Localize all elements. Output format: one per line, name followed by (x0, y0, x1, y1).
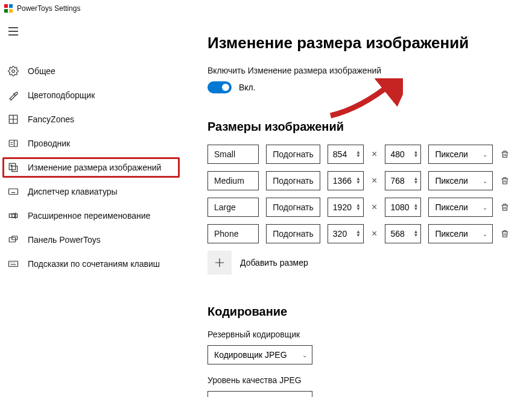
svg-rect-1 (9, 4, 13, 8)
jpeg-quality-input[interactable]: 90 ▲▼ (207, 391, 312, 397)
size-row: SmallПодогнать854▲▼×480▲▼Пиксели⌄ (207, 145, 510, 164)
fallback-encoder-value: Кодировщик JPEG (214, 350, 287, 360)
app-icon (4, 4, 13, 13)
eyedropper-icon (7, 89, 19, 101)
delete-size-button[interactable] (500, 175, 510, 186)
chevron-down-icon: ⌄ (483, 204, 487, 211)
size-fit-select[interactable]: Подогнать (266, 171, 320, 190)
size-width-input[interactable]: 1920▲▼ (328, 198, 364, 217)
size-width-input[interactable]: 320▲▼ (328, 224, 364, 243)
spinner-icon: ▲▼ (413, 230, 418, 237)
svg-rect-0 (4, 4, 8, 8)
times-icon: × (371, 175, 378, 186)
svg-rect-14 (12, 236, 17, 240)
sidebar-item-label: Проводник (28, 139, 70, 148)
chevron-down-icon: ⌄ (483, 231, 487, 237)
size-unit-select[interactable]: Пиксели⌄ (428, 224, 492, 243)
spinner-icon: ▲▼ (413, 151, 418, 158)
jpeg-quality-label: Уровень качества JPEG (207, 375, 510, 385)
size-height-input[interactable]: 1080▲▼ (385, 198, 421, 217)
size-name-input[interactable]: Medium (207, 171, 259, 190)
encoding-heading: Кодирование (207, 305, 510, 319)
sidebar: Общее Цветоподборщик FancyZones Проводни… (0, 17, 183, 397)
add-size-label: Добавить размер (240, 258, 308, 267)
spinner-icon: ▲▼ (413, 177, 418, 184)
size-fit-select[interactable]: Подогнать (266, 224, 320, 243)
sidebar-item-label: Изменение размера изображений (28, 163, 161, 172)
sidebar-item-general[interactable]: Общее (0, 59, 183, 83)
times-icon: × (371, 228, 378, 239)
sidebar-item-label: Диспетчер клавиатуры (28, 187, 118, 196)
sidebar-item-label: Расширенное переименование (28, 211, 150, 220)
sidebar-item-label: Общее (28, 66, 55, 76)
add-size-button[interactable] (207, 251, 232, 275)
size-unit-select[interactable]: Пиксели⌄ (428, 145, 492, 164)
svg-rect-10 (9, 189, 18, 195)
size-name-input[interactable]: Small (207, 145, 259, 164)
svg-rect-3 (9, 9, 13, 13)
svg-point-4 (12, 70, 15, 73)
fallback-encoder-select[interactable]: Кодировщик JPEG ⌄ (207, 345, 312, 364)
shortcut-icon (7, 258, 19, 270)
spinner-icon: ▲▼ (356, 230, 361, 237)
size-width-input[interactable]: 1366▲▼ (328, 171, 364, 190)
sidebar-item-fancyzones[interactable]: FancyZones (0, 107, 183, 131)
window-titlebar: PowerToys Settings (0, 0, 532, 17)
spinner-icon: ▲▼ (356, 151, 361, 158)
hamburger-button[interactable] (1, 19, 25, 43)
svg-rect-7 (9, 163, 16, 170)
toggle-state-text: Вкл. (239, 83, 256, 92)
sidebar-item-explorer[interactable]: Проводник (0, 131, 183, 155)
main-content: Изменение размера изображений Включить И… (183, 17, 532, 397)
grid-icon (7, 113, 19, 125)
svg-point-9 (11, 165, 12, 166)
size-width-input[interactable]: 854▲▼ (328, 145, 364, 164)
size-fit-select[interactable]: Подогнать (266, 145, 320, 164)
window-title: PowerToys Settings (17, 4, 80, 13)
size-unit-select[interactable]: Пиксели⌄ (428, 171, 492, 190)
sidebar-item-label: Панель PowerToys (28, 235, 101, 245)
enable-toggle[interactable] (207, 81, 232, 93)
chevron-down-icon: ⌄ (302, 352, 307, 358)
size-height-input[interactable]: 480▲▼ (385, 145, 421, 164)
size-fit-select[interactable]: Подогнать (266, 198, 320, 217)
run-icon (7, 234, 19, 246)
rename-icon (7, 210, 19, 222)
times-icon: × (371, 202, 378, 213)
sizes-heading: Размеры изображений (207, 120, 510, 134)
sidebar-item-keyboard[interactable]: Диспетчер клавиатуры (0, 180, 183, 204)
size-name-input[interactable]: Phone (207, 224, 259, 243)
page-title: Изменение размера изображений (207, 34, 510, 52)
keyboard-icon (7, 186, 19, 198)
enable-label: Включить Изменение размера изображений (207, 66, 510, 75)
sidebar-item-label: Подсказки по сочетаниям клавиш (28, 259, 160, 269)
times-icon: × (371, 149, 378, 160)
size-row: MediumПодогнать1366▲▼×768▲▼Пиксели⌄ (207, 171, 510, 190)
sidebar-item-run[interactable]: Панель PowerToys (0, 228, 183, 252)
spinner-icon: ▲▼ (356, 177, 361, 184)
gear-icon (7, 65, 19, 77)
size-height-input[interactable]: 568▲▼ (385, 224, 421, 243)
svg-rect-15 (9, 261, 18, 267)
sidebar-item-imageresizer[interactable]: Изменение размера изображений (0, 155, 183, 180)
chevron-down-icon: ⌄ (483, 178, 487, 184)
sidebar-item-label: FancyZones (28, 114, 74, 124)
svg-rect-6 (9, 140, 17, 147)
svg-rect-8 (12, 166, 17, 172)
svg-rect-2 (4, 9, 8, 13)
sidebar-item-colorpicker[interactable]: Цветоподборщик (0, 83, 183, 107)
size-name-input[interactable]: Large (207, 198, 259, 217)
spinner-icon: ▲▼ (413, 204, 418, 211)
spinner-icon: ▲▼ (356, 204, 361, 211)
chevron-down-icon: ⌄ (483, 151, 487, 158)
size-row: LargeПодогнать1920▲▼×1080▲▼Пиксели⌄ (207, 198, 510, 217)
sidebar-item-powerrename[interactable]: Расширенное переименование (0, 204, 183, 228)
delete-size-button[interactable] (500, 202, 510, 213)
size-height-input[interactable]: 768▲▼ (385, 171, 421, 190)
image-resize-icon (7, 161, 19, 173)
delete-size-button[interactable] (500, 228, 510, 239)
size-unit-select[interactable]: Пиксели⌄ (428, 198, 492, 217)
sidebar-item-shortcutguide[interactable]: Подсказки по сочетаниям клавиш (0, 252, 183, 276)
delete-size-button[interactable] (500, 149, 510, 160)
size-row: PhoneПодогнать320▲▼×568▲▼Пиксели⌄ (207, 224, 510, 243)
